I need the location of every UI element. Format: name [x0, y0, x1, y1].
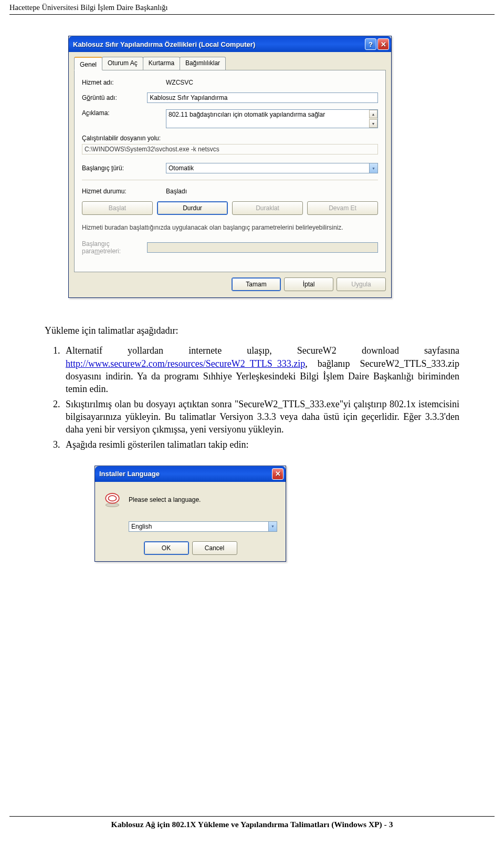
svg-point-0: [106, 503, 119, 507]
service-name-value: WZCSVC: [166, 79, 378, 86]
startup-type-select[interactable]: [166, 163, 378, 173]
tab-genel[interactable]: Genel: [74, 57, 102, 70]
page-header: Hacettepe Üniversitesi Bilgi İşlem Daire…: [0, 0, 504, 13]
installer-icon: [103, 490, 121, 510]
document-body: Yükleme için talimatlar aşağıdadır: Alte…: [45, 324, 459, 451]
installer-cancel-button[interactable]: Cancel: [192, 541, 237, 555]
instructions-intro: Yükleme için talimatlar aşağıdadır:: [45, 324, 459, 337]
chevron-down-icon[interactable]: ▼: [268, 522, 277, 531]
executable-path-value: C:\WINDOWS\System32\svchost.exe -k netsv…: [82, 144, 378, 154]
dialog-titlebar[interactable]: Kablosuz Sıfır Yapılandırma Özellikleri …: [69, 36, 391, 52]
chevron-down-icon[interactable]: ▼: [369, 163, 377, 173]
description-scrollbar[interactable]: ▲ ▼: [369, 110, 377, 128]
tab-panel-genel: Hizmet adı: WZCSVC Görüntü adı: Açıklama…: [74, 70, 386, 272]
cancel-button[interactable]: İptal: [284, 277, 333, 291]
start-button: Başlat: [82, 201, 153, 215]
footer-rule: [9, 816, 495, 817]
header-rule: [9, 14, 495, 15]
tab-oturum-ac[interactable]: Oturum Aç: [102, 57, 143, 70]
svg-point-2: [108, 496, 116, 501]
installer-message: Please select a language.: [129, 496, 201, 503]
ok-button[interactable]: Tamam: [232, 277, 281, 291]
pause-button: Duraklat: [232, 201, 303, 215]
download-link[interactable]: http://www.securew2.com/resources/Secure…: [66, 358, 305, 369]
language-select[interactable]: [129, 521, 277, 532]
service-properties-dialog: Kablosuz Sıfır Yapılandırma Özellikleri …: [68, 36, 392, 298]
apply-button: Uygula: [337, 277, 386, 291]
description-textarea[interactable]: 802.11 bağdaştırıcıları için otomatik ya…: [166, 109, 378, 128]
tab-kurtarma[interactable]: Kurtarma: [143, 57, 180, 70]
tab-bagimliliklar[interactable]: Bağımlılıklar: [180, 57, 226, 70]
page-footer: Kablosuz Ağ için 802.1X Yükleme ve Yapıl…: [0, 820, 504, 829]
installer-ok-button[interactable]: OK: [144, 541, 189, 555]
startup-type-label: Başlangıç türü:: [82, 164, 166, 172]
help-button[interactable]: ?: [365, 38, 376, 50]
dialog-title: Kablosuz Sıfır Yapılandırma Özellikleri …: [73, 40, 364, 48]
resume-button: Devam Et: [307, 201, 378, 215]
instruction-item-1: Alternatif yollardan internete ulaşıp, S…: [62, 344, 459, 395]
display-name-label: Görüntü adı:: [82, 94, 147, 101]
executable-path-label: Çalıştırılabilir dosyanın yolu:: [82, 135, 378, 142]
startup-params-label: Başlangıç parametreleri:: [82, 240, 147, 255]
instruction-item-3: Aşağıda resimli gösterilen talimatları t…: [62, 438, 459, 451]
installer-title: Installer Language: [99, 470, 271, 478]
tab-strip: Genel Oturum Aç Kurtarma Bağımlılıklar: [74, 57, 386, 70]
instruction-item-2: Sıkıştırılmış olan bu dosyayı açtıktan s…: [62, 398, 459, 436]
close-button[interactable]: ✕: [377, 38, 389, 50]
scroll-down-icon[interactable]: ▼: [369, 119, 377, 128]
display-name-input[interactable]: [147, 92, 378, 103]
panel-separator: [82, 180, 378, 180]
service-status-value: Başladı: [166, 188, 378, 195]
installer-language-dialog: Installer Language ✕ Please select a lan…: [94, 466, 286, 562]
scroll-up-icon[interactable]: ▲: [369, 110, 377, 118]
service-status-label: Hizmet durumu:: [82, 188, 166, 195]
startup-params-desc: Hizmeti buradan başlattığınızda uygulana…: [82, 223, 378, 232]
startup-params-input: [147, 242, 378, 253]
service-name-label: Hizmet adı:: [82, 79, 166, 86]
description-label: Açıklama:: [82, 109, 166, 117]
installer-titlebar[interactable]: Installer Language ✕: [95, 466, 286, 482]
stop-button[interactable]: Durdur: [157, 201, 228, 215]
installer-close-button[interactable]: ✕: [272, 468, 284, 480]
